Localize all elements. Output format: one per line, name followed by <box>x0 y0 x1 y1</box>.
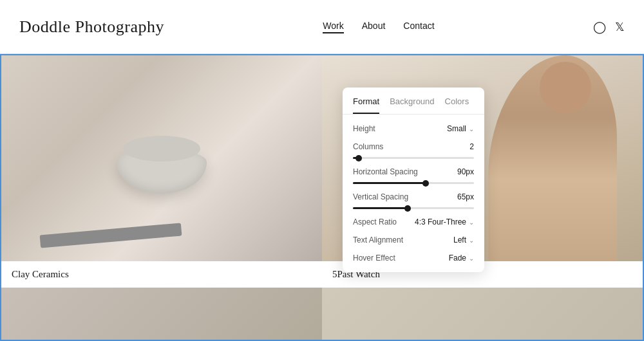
vspacing-label: Vertical Spacing <box>353 192 408 201</box>
columns-value: 2 <box>469 142 474 151</box>
hspacing-value: 90px <box>457 167 474 176</box>
aspect-ratio-label: Aspect Ratio <box>353 217 397 226</box>
header: Doddle Photography Work About Contact ◯ … <box>0 0 644 54</box>
main-nav: Work About Contact <box>323 21 434 33</box>
panel-tabs: Format Background Colors <box>343 88 484 115</box>
vspacing-slider-fill <box>353 207 408 209</box>
site-logo: Doddle Photography <box>19 17 164 37</box>
bottom-left-photo <box>1 288 322 340</box>
aspect-ratio-row: Aspect Ratio 4:3 Four-Three ⌄ <box>343 213 484 231</box>
hspacing-slider-row[interactable] <box>343 181 484 188</box>
columns-slider-thumb <box>355 155 362 161</box>
vspacing-slider-thumb <box>404 205 411 212</box>
hspacing-slider-thumb <box>422 180 429 187</box>
columns-slider-fill <box>353 157 359 159</box>
hspacing-label: Horizontal Spacing <box>353 167 418 176</box>
hspacing-slider-fill <box>353 182 426 184</box>
hover-effect-chevron: ⌄ <box>469 255 474 262</box>
nav-about[interactable]: About <box>362 21 386 33</box>
ceramics-caption: Clay Ceramics <box>1 261 322 288</box>
columns-slider-row[interactable] <box>343 156 484 163</box>
text-alignment-row: Text Alignment Left ⌄ <box>343 231 484 249</box>
bowl-decoration <box>117 149 207 194</box>
text-alignment-value[interactable]: Left ⌄ <box>453 235 474 244</box>
tab-background[interactable]: Background <box>390 97 434 114</box>
format-panel: Format Background Colors Height Small ⌄ … <box>343 88 484 272</box>
aspect-ratio-chevron: ⌄ <box>469 219 474 226</box>
vspacing-slider-track[interactable] <box>353 207 474 209</box>
panel-body: Height Small ⌄ Columns 2 Ho <box>343 115 484 272</box>
aspect-ratio-value[interactable]: 4:3 Four-Three ⌄ <box>415 217 474 226</box>
nav-contact[interactable]: Contact <box>403 21 434 33</box>
height-row: Height Small ⌄ <box>343 120 484 138</box>
nav-work[interactable]: Work <box>323 21 343 33</box>
tab-format[interactable]: Format <box>353 97 379 114</box>
tab-colors[interactable]: Colors <box>445 97 469 114</box>
hover-effect-label: Hover Effect <box>353 253 395 263</box>
hover-effect-value[interactable]: Fade ⌄ <box>449 253 474 263</box>
columns-label: Columns <box>353 142 383 151</box>
social-icons: ◯ 𝕏 <box>593 20 625 34</box>
gallery-item-ceramics[interactable]: Clay Ceramics <box>1 55 322 340</box>
instagram-icon[interactable]: ◯ <box>593 20 606 34</box>
height-label: Height <box>353 124 375 133</box>
bottom-right-photo <box>322 288 643 340</box>
vspacing-row: Vertical Spacing 65px <box>343 188 484 206</box>
columns-slider-track[interactable] <box>353 157 474 159</box>
twitter-icon[interactable]: 𝕏 <box>615 20 625 34</box>
ceramics-photo <box>1 55 322 261</box>
hover-effect-row: Hover Effect Fade ⌄ <box>343 249 484 267</box>
vspacing-slider-row[interactable] <box>343 206 484 213</box>
height-value[interactable]: Small ⌄ <box>447 124 474 133</box>
tray-decoration <box>40 223 182 248</box>
vspacing-value: 65px <box>457 192 474 201</box>
text-alignment-chevron: ⌄ <box>469 237 474 244</box>
hspacing-slider-track[interactable] <box>353 182 474 184</box>
main-content: Clay Ceramics 5Past Watch Format Backgro… <box>0 54 644 341</box>
hspacing-row: Horizontal Spacing 90px <box>343 163 484 181</box>
photo-gallery: Clay Ceramics 5Past Watch <box>1 55 643 340</box>
height-chevron: ⌄ <box>469 125 474 133</box>
text-alignment-label: Text Alignment <box>353 235 403 244</box>
columns-row: Columns 2 <box>343 138 484 156</box>
